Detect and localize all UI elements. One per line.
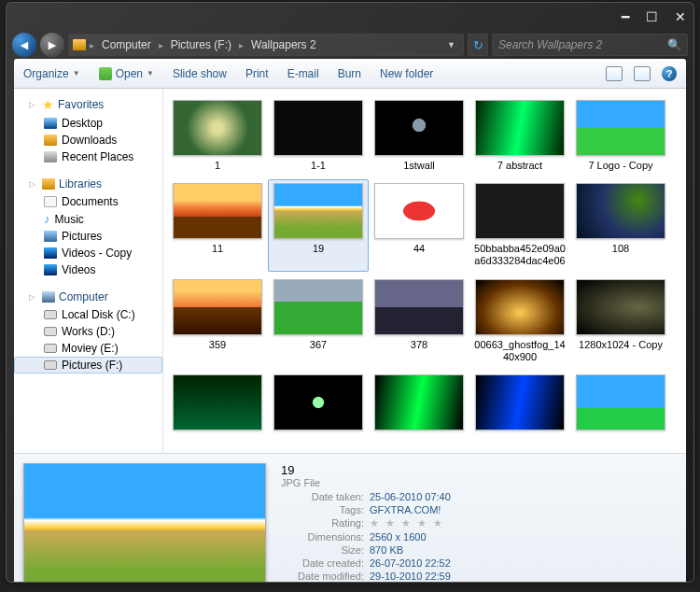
thumbnail[interactable]: 108 bbox=[570, 179, 671, 271]
tree-item-label: Music bbox=[55, 213, 84, 226]
meta-row: Date created: 26-07-2010 22:52 bbox=[281, 557, 451, 569]
thumbnail[interactable]: 367 bbox=[268, 275, 369, 367]
item-icon bbox=[44, 118, 57, 129]
tree-item[interactable]: Local Disk (C:) bbox=[14, 306, 162, 323]
meta-row: Rating: ★ ★ ★ ★ ★ bbox=[281, 517, 451, 529]
thumbnail[interactable] bbox=[268, 371, 369, 438]
chevron-right-icon[interactable]: ▸ bbox=[159, 40, 163, 50]
meta-row: Date modified: 29-10-2010 22:59 bbox=[281, 571, 451, 582]
thumbnail[interactable]: 359 bbox=[167, 275, 268, 367]
libraries-icon bbox=[42, 178, 55, 190]
tree-item[interactable]: Documents bbox=[14, 193, 162, 210]
meta-key: Tags: bbox=[281, 504, 370, 515]
tree-item[interactable]: Moviey (E:) bbox=[14, 340, 162, 357]
burn-button[interactable]: Burn bbox=[338, 67, 361, 80]
preview-pane-button[interactable] bbox=[634, 66, 651, 81]
thumbnail[interactable] bbox=[167, 371, 268, 438]
thumbnail[interactable]: 378 bbox=[369, 275, 469, 367]
chevron-right-icon[interactable]: ▸ bbox=[239, 40, 244, 50]
thumbnail-image bbox=[576, 374, 665, 430]
thumbnail[interactable]: 11 bbox=[167, 179, 268, 271]
meta-value[interactable]: ★ ★ ★ ★ ★ bbox=[370, 517, 444, 529]
tree-item[interactable]: Videos bbox=[14, 261, 162, 278]
item-icon bbox=[44, 151, 57, 162]
thumbnail[interactable]: 1-1 bbox=[268, 96, 369, 176]
thumbnail[interactable]: 19 bbox=[268, 179, 369, 271]
thumbnail-label: 19 bbox=[313, 243, 324, 255]
item-icon bbox=[44, 196, 57, 207]
print-button[interactable]: Print bbox=[245, 67, 269, 80]
thumbnail[interactable]: 1 bbox=[167, 96, 268, 176]
thumbnail[interactable]: 7 Logo - Copy bbox=[570, 96, 671, 176]
view-button[interactable] bbox=[606, 66, 623, 81]
thumbnail[interactable]: 00663_ghostfog_1440x900 bbox=[469, 275, 570, 367]
thumbnail-label: 44 bbox=[413, 243, 425, 255]
close-icon[interactable]: ✕ bbox=[675, 9, 686, 24]
thumbnail[interactable] bbox=[570, 371, 671, 438]
thumbnail-label: 1-1 bbox=[311, 160, 326, 172]
toolbar: Organize▼ Open▼ Slide show Print E-mail … bbox=[14, 59, 686, 89]
newfolder-button[interactable]: New folder bbox=[380, 67, 433, 80]
tree-item[interactable]: Downloads bbox=[14, 132, 162, 148]
tree-item[interactable]: Pictures (F:) bbox=[14, 357, 162, 374]
thumbnail-image bbox=[374, 100, 464, 156]
meta-key: Size: bbox=[281, 544, 370, 556]
chevron-down-icon[interactable]: ▼ bbox=[443, 40, 459, 49]
tree-item-label: Videos bbox=[62, 263, 95, 276]
item-icon bbox=[44, 310, 57, 319]
item-icon bbox=[44, 247, 57, 259]
thumbnail[interactable]: 7 abstract bbox=[469, 96, 570, 176]
tree-item[interactable]: Videos - Copy bbox=[14, 245, 162, 261]
thumbnail-image bbox=[374, 374, 464, 430]
breadcrumb-segment[interactable]: Pictures (F:) bbox=[167, 36, 235, 53]
thumbnail-image bbox=[576, 100, 665, 156]
address-bar[interactable]: ▸ Computer ▸ Pictures (F:) ▸ Wallpapers … bbox=[68, 34, 464, 56]
tree-item[interactable]: ♪Music bbox=[14, 210, 162, 228]
tree-header[interactable]: ▷★Favorites bbox=[14, 94, 162, 115]
tree-item-label: Recent Places bbox=[62, 150, 133, 163]
thumbnail-image bbox=[173, 279, 262, 335]
thumbnail[interactable]: 44 bbox=[369, 179, 469, 271]
chevron-down-icon: ▼ bbox=[147, 69, 154, 78]
file-grid: 1 1-1 1stwall 7 abstract 7 Logo - Copy 1… bbox=[163, 89, 686, 453]
expand-icon[interactable]: ▷ bbox=[29, 100, 38, 109]
tree-item-label: Pictures (F:) bbox=[62, 359, 122, 372]
preview-image bbox=[23, 463, 266, 583]
tree-header[interactable]: ▷Computer bbox=[14, 288, 162, 306]
file-name: 19 bbox=[281, 463, 451, 477]
minimize-icon[interactable]: ━ bbox=[622, 9, 629, 24]
tree-item[interactable]: Recent Places bbox=[14, 148, 162, 165]
thumbnail[interactable]: 1280x1024 - Copy bbox=[570, 275, 671, 367]
breadcrumb-segment[interactable]: Wallpapers 2 bbox=[247, 36, 320, 53]
thumbnail-image bbox=[374, 279, 464, 335]
tree-item[interactable]: Desktop bbox=[14, 115, 162, 132]
search-input[interactable]: Search Wallpapers 2 🔍 bbox=[492, 34, 688, 56]
tree-item-label: Local Disk (C:) bbox=[62, 308, 135, 321]
maximize-icon[interactable]: ☐ bbox=[646, 9, 658, 24]
thumbnail[interactable] bbox=[469, 371, 570, 438]
thumbnail-image bbox=[576, 183, 665, 239]
slideshow-button[interactable]: Slide show bbox=[173, 67, 227, 80]
thumbnail-image bbox=[475, 374, 565, 430]
help-icon[interactable]: ? bbox=[662, 66, 677, 81]
refresh-button[interactable]: ↻ bbox=[468, 34, 488, 56]
thumbnail-image bbox=[475, 100, 565, 156]
email-button[interactable]: E-mail bbox=[287, 67, 319, 80]
tree-item[interactable]: Pictures bbox=[14, 228, 162, 245]
thumbnail-image bbox=[273, 279, 363, 335]
organize-button[interactable]: Organize▼ bbox=[23, 67, 80, 80]
thumbnail[interactable]: 1stwall bbox=[369, 96, 469, 176]
breadcrumb-segment[interactable]: Computer bbox=[98, 36, 155, 53]
back-button[interactable]: ◄ bbox=[12, 33, 36, 57]
explorer-window: ━ ☐ ✕ ◄ ► ▸ Computer ▸ Pictures (F:) ▸ W… bbox=[6, 2, 694, 583]
tree-item[interactable]: Works (D:) bbox=[14, 323, 162, 340]
open-icon bbox=[99, 67, 112, 80]
open-button[interactable]: Open▼ bbox=[99, 67, 154, 80]
expand-icon[interactable]: ▷ bbox=[29, 292, 38, 302]
chevron-right-icon[interactable]: ▸ bbox=[90, 40, 94, 50]
tree-header[interactable]: ▷Libraries bbox=[14, 175, 162, 193]
expand-icon[interactable]: ▷ bbox=[29, 179, 38, 189]
thumbnail[interactable]: 50bbabba452e09a0a6d333284dac4e06 bbox=[469, 179, 570, 271]
forward-button[interactable]: ► bbox=[40, 33, 64, 57]
thumbnail[interactable] bbox=[369, 371, 469, 438]
